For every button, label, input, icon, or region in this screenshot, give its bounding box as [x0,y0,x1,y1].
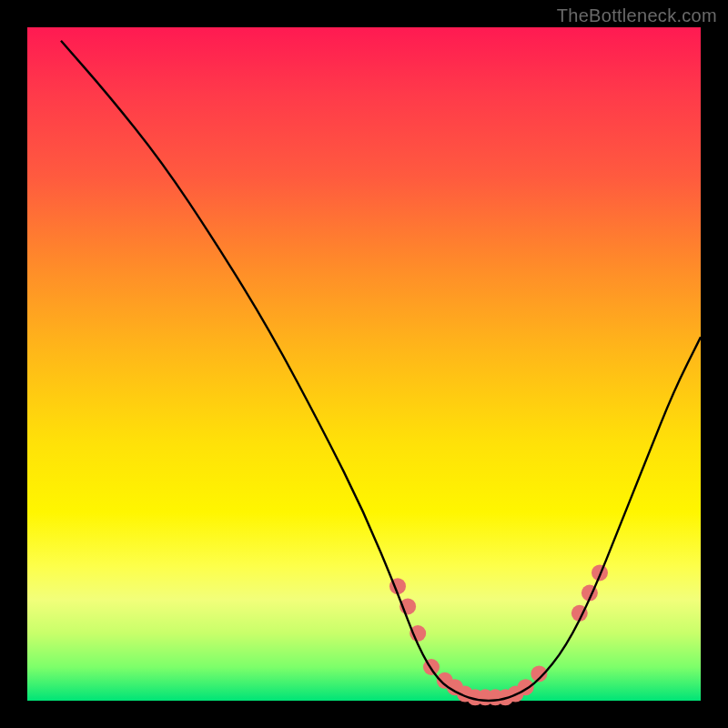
bottleneck-curve [61,41,701,701]
chart-svg [27,27,701,701]
chart-frame: TheBottleneck.com [0,0,728,728]
watermark-text: TheBottleneck.com [557,5,717,26]
highlight-points-group [389,564,608,705]
